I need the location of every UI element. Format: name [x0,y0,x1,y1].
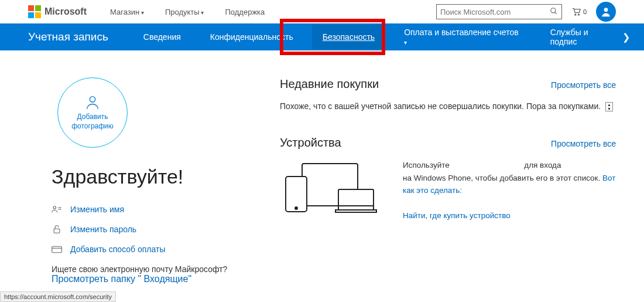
main-content: Добавить фотографию Здравствуйте! Измени… [0,50,644,284]
action-add-payment: Добавить способ оплаты [52,245,239,254]
change-password-link[interactable]: Изменить пароль [70,225,136,234]
action-change-name: Изменить имя [52,205,239,214]
svg-point-14 [295,207,297,209]
purchases-body: Похоже, что с вашей учетной записью не с… [280,100,616,113]
add-photo-text: Добавить фотографию [71,113,114,131]
account-nav-bar: Учетная запись Сведения Конфиденциальнос… [0,23,644,50]
blue-nav: Сведения Конфиденциальность Безопасность… [143,28,616,46]
devices-text: Используйте для входа на Windows Phone, … [403,159,616,222]
svg-rect-9 [54,229,60,233]
devices-section: Устройства Просмотреть все Используйте [280,136,616,222]
person-edit-icon [52,205,62,213]
lock-icon [52,225,62,234]
microsoft-logo[interactable]: Microsoft [28,5,87,18]
tab-privacy[interactable]: Конфиденциальность [210,32,293,42]
svg-rect-15 [338,189,374,210]
purchases-section: Недавние покупки Просмотреть все Похоже,… [280,77,616,113]
devices-title: Устройства [280,136,341,150]
change-name-link[interactable]: Изменить имя [70,205,124,214]
avatar[interactable] [596,2,616,22]
right-column: Недавние покупки Просмотреть все Похоже,… [239,77,616,284]
svg-point-0 [551,8,556,12]
cart-button[interactable]: 0 [571,8,587,16]
search-box[interactable] [436,4,562,19]
purchases-view-all[interactable]: Просмотреть все [551,80,616,90]
add-photo-button[interactable]: Добавить фотографию [57,77,128,148]
svg-rect-17 [335,210,376,212]
devices-view-all[interactable]: Просмотреть все [551,139,616,148]
spinner-icon[interactable]: ▲▼ [605,102,613,111]
devices-buy-link[interactable]: Найти, где купить устройство [403,211,511,220]
tab-billing[interactable]: Оплата и выставление счетов [404,28,521,46]
person-outline-icon [84,94,101,110]
chevron-right-icon[interactable]: ❯ [622,32,630,43]
top-right: 0 [436,2,616,22]
svg-line-1 [555,12,557,13]
svg-point-2 [575,14,576,15]
nav-store[interactable]: Магазин [110,8,144,16]
svg-point-6 [53,206,56,209]
person-icon [600,6,612,18]
action-change-password: Изменить пароль [52,225,239,234]
purchases-title: Недавние покупки [280,77,379,91]
logo-squares-icon [28,5,41,18]
top-nav: Магазин Продукты Поддержка [110,8,265,16]
card-icon [52,246,62,253]
nav-products[interactable]: Продукты [165,8,204,16]
svg-point-4 [604,8,608,12]
logo-text: Microsoft [44,6,87,17]
profile-column: Добавить фотографию Здравствуйте! Измени… [52,77,239,284]
search-icon[interactable] [550,7,558,17]
tab-info[interactable]: Сведения [143,32,181,42]
svg-rect-10 [52,246,62,253]
cart-count: 0 [583,8,587,15]
svg-point-3 [578,14,579,15]
devices-illustration-icon [280,159,379,218]
add-payment-link[interactable]: Добавить способ оплаты [70,245,165,254]
tab-services[interactable]: Службы и подпис [550,28,616,46]
cart-icon [571,8,582,16]
svg-point-5 [90,97,95,102]
nav-support[interactable]: Поддержка [225,8,265,16]
top-header: Microsoft Магазин Продукты Поддержка 0 [0,0,644,23]
account-title: Учетная запись [28,30,108,43]
inbox-link[interactable]: Просмотреть папку " Входящие" [52,274,191,284]
status-bar: https://account.microsoft.com/security [0,291,116,302]
tab-security[interactable]: Безопасность [323,32,375,42]
email-prompt: Ищете свою электронную почту Майкрософт? [52,264,239,274]
greeting-heading: Здравствуйте! [52,165,239,188]
search-input[interactable] [440,8,550,16]
